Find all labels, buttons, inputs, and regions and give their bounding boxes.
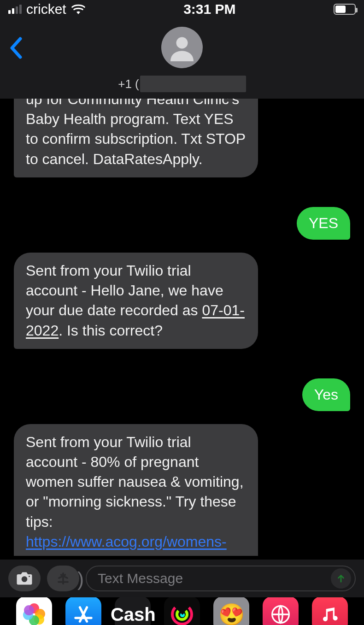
camera-button[interactable] [8, 566, 41, 591]
message-input[interactable]: Text Message [86, 566, 356, 591]
clock: 3:31 PM [183, 1, 235, 17]
app-fitness[interactable] [164, 597, 200, 625]
app-cash[interactable]: Cash [115, 597, 151, 625]
app-music[interactable] [312, 597, 348, 625]
app-memoji[interactable]: 😍 [213, 597, 249, 625]
contact-number[interactable]: +1 ( [118, 76, 246, 92]
message-outgoing[interactable]: YES [297, 207, 350, 240]
appstore-icon [73, 604, 94, 625]
send-button[interactable] [331, 568, 351, 589]
photos-icon [23, 603, 45, 625]
status-right [334, 4, 356, 15]
fitness-rings-icon [171, 603, 193, 625]
phone-prefix: +1 ( [118, 77, 139, 91]
contact-avatar[interactable] [161, 27, 203, 68]
message-text: up for Community Health Clinic's Baby He… [26, 99, 246, 167]
message-incoming[interactable]: up for Community Health Clinic's Baby He… [14, 99, 258, 177]
app-appstore[interactable] [65, 597, 101, 625]
drawer-paren-icon: ) [77, 568, 84, 590]
redacted-number [140, 76, 246, 92]
memoji-icon: 😍 [218, 602, 245, 625]
svg-point-0 [176, 37, 188, 49]
cell-signal-icon [8, 5, 22, 14]
music-note-icon [321, 605, 339, 624]
message-placeholder: Text Message [98, 571, 183, 586]
compose-bar: ) Text Message [0, 560, 364, 597]
conversation-scroll[interactable]: up for Community Health Clinic's Baby He… [0, 99, 364, 556]
cash-label: Cash [111, 604, 156, 625]
message-text: Sent from your Twilio trial account - 80… [26, 434, 244, 530]
conversation-header: +1 ( [0, 18, 364, 99]
svg-point-1 [22, 576, 28, 582]
message-text: Yes [314, 386, 338, 403]
message-text: YES [309, 215, 338, 231]
message-text: . Is this correct? [59, 322, 163, 339]
app-drawer-button[interactable]: ) [47, 566, 79, 591]
message-text: Sent from your Twilio trial account - He… [26, 262, 223, 318]
app-photos[interactable] [16, 597, 52, 625]
globe-icon [270, 604, 291, 625]
message-incoming[interactable]: Sent from your Twilio trial account - 80… [14, 424, 258, 556]
message-outgoing[interactable]: Yes [302, 378, 350, 411]
message-incoming[interactable]: Sent from your Twilio trial account - He… [14, 253, 258, 349]
app-web[interactable] [263, 597, 299, 625]
status-bar: cricket 3:31 PM [0, 0, 364, 18]
message-link[interactable]: https://www.acog.org/womens-health/faqs/… [26, 533, 227, 556]
app-dock: Cash 😍 [0, 597, 364, 625]
back-button[interactable] [9, 37, 22, 64]
carrier-label: cricket [26, 1, 66, 17]
battery-icon [334, 4, 356, 15]
status-left: cricket [8, 1, 86, 17]
wifi-icon [71, 4, 86, 15]
svg-point-2 [29, 576, 30, 577]
